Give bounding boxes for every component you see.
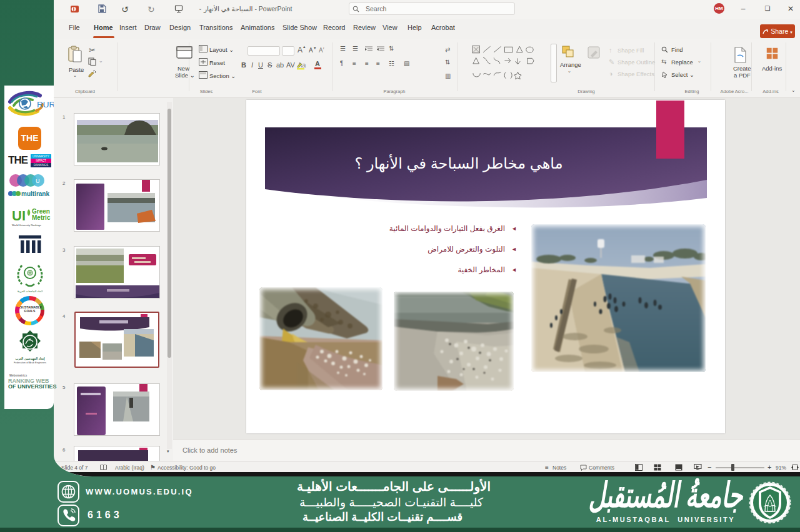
svg-text:RUR: RUR <box>37 100 54 109</box>
svg-text:U: U <box>36 178 40 184</box>
svg-text:multirank: multirank <box>21 190 49 197</box>
